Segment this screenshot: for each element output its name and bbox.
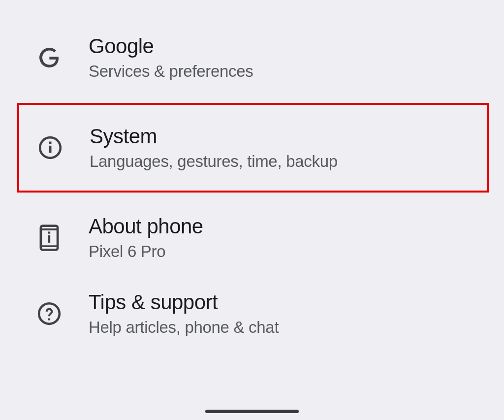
settings-item-system[interactable]: System Languages, gestures, time, backup (17, 103, 489, 193)
navigation-bar-handle[interactable] (205, 410, 299, 413)
settings-item-tips-support[interactable]: Tips & support Help articles, phone & ch… (0, 276, 504, 352)
item-text: About phone Pixel 6 Pro (89, 215, 203, 261)
item-title: System (90, 125, 338, 148)
item-text: Tips & support Help articles, phone & ch… (89, 291, 279, 337)
item-subtitle: Help articles, phone & chat (89, 318, 279, 337)
svg-rect-7 (48, 231, 50, 233)
svg-rect-1 (49, 146, 52, 153)
svg-point-8 (39, 303, 60, 324)
item-title: Google (89, 34, 253, 58)
info-icon (35, 133, 65, 162)
item-text: Google Services & preferences (89, 34, 253, 81)
item-title: Tips & support (89, 291, 279, 314)
settings-item-about-phone[interactable]: About phone Pixel 6 Pro (0, 200, 504, 276)
settings-list: Google Services & preferences System Lan… (0, 0, 504, 352)
svg-rect-6 (48, 235, 50, 243)
settings-item-google[interactable]: Google Services & preferences (0, 20, 504, 96)
svg-rect-2 (49, 142, 52, 144)
item-title: About phone (89, 215, 203, 238)
item-subtitle: Languages, gestures, time, backup (90, 152, 338, 171)
google-icon (34, 43, 64, 72)
item-subtitle: Services & preferences (89, 62, 253, 81)
phone-info-icon (34, 223, 64, 253)
item-text: System Languages, gestures, time, backup (90, 125, 338, 171)
help-icon (34, 299, 64, 328)
item-subtitle: Pixel 6 Pro (89, 242, 203, 261)
